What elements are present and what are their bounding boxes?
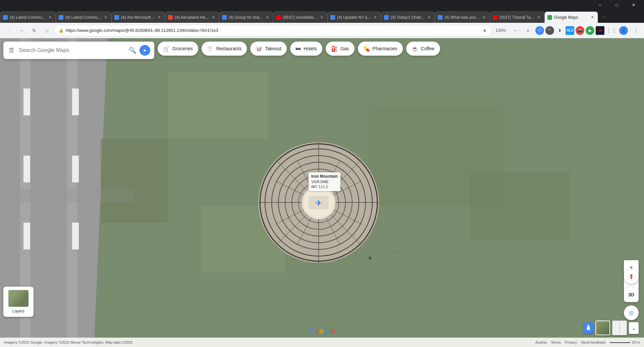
tab-4-title: (4) Aeroplane He... — [175, 15, 209, 20]
my-location-btn[interactable]: ◎ — [624, 305, 639, 320]
ext-6[interactable]: ▶ — [586, 26, 594, 35]
tab-9[interactable]: (4) What was you... ✕ — [435, 11, 489, 23]
hamburger-menu-btn[interactable]: ☰ — [7, 45, 15, 55]
tab-7-title: (4) Upstate NY a... — [337, 15, 371, 20]
svg-rect-11 — [134, 38, 644, 347]
svg-rect-16 — [470, 172, 570, 239]
bottom-right-controls: ⌄ — [583, 321, 639, 335]
tab-6-favicon — [276, 15, 281, 20]
tab-10-favicon — [493, 15, 497, 20]
send-feedback-link[interactable]: Send feedback — [581, 340, 605, 344]
gas-label: Gas — [340, 46, 349, 51]
attribution-austria[interactable]: Austria — [535, 340, 547, 344]
compass-btn[interactable]: ⬆ — [624, 269, 639, 284]
scale-label: 20 m — [632, 340, 640, 344]
forward-btn[interactable]: → — [16, 25, 27, 36]
tab-4-close[interactable]: ✕ — [211, 15, 216, 20]
map-type-roads[interactable] — [612, 321, 627, 335]
svg-line-29 — [276, 181, 361, 224]
svg-point-18 — [260, 144, 377, 261]
minimize-btn[interactable]: ─ — [592, 0, 608, 10]
zoom-out-btn[interactable]: − — [510, 25, 521, 36]
vor-type: VOR-DME — [311, 179, 338, 184]
tab-11-close[interactable]: ✕ — [590, 15, 595, 20]
tab-10-close[interactable]: ✕ — [536, 15, 541, 20]
pill-coffee[interactable]: ☕ Coffee — [406, 42, 440, 56]
gas-icon: ⛽ — [331, 46, 338, 52]
directions-btn[interactable]: ➤ — [140, 45, 150, 56]
back-btn[interactable]: ← — [3, 25, 14, 36]
pill-groceries[interactable]: 🛒 Groceries — [158, 42, 198, 56]
pill-hotels[interactable]: 🛏 Hotels — [290, 42, 322, 56]
ext-2[interactable]: 🔌 — [545, 26, 554, 35]
svg-point-34 — [304, 187, 334, 218]
tab-11-title: Google Maps — [554, 15, 588, 20]
tab-2[interactable]: (4) Latest Commu... ✕ — [56, 11, 111, 23]
attribution-terms[interactable]: Terms — [551, 340, 561, 344]
tab-8-close[interactable]: ✕ — [426, 15, 432, 20]
tab-7-favicon — [330, 15, 335, 20]
vor-name: Iron Mountain — [311, 174, 338, 179]
hotels-icon: 🛏 — [296, 46, 301, 52]
pill-gas[interactable]: ⛽ Gas — [326, 42, 355, 56]
svg-rect-14 — [369, 105, 503, 206]
map-type-satellite[interactable] — [595, 321, 610, 335]
tab-5-close[interactable]: ✕ — [265, 15, 270, 20]
reload-btn[interactable]: ↻ — [29, 25, 40, 36]
tab-3-close[interactable]: ✕ — [157, 15, 162, 20]
tab-7[interactable]: (4) Upstate NY a... ✕ — [327, 11, 381, 23]
tab-3-title: (4) Are Microsoft... — [121, 15, 155, 20]
tab-7-close[interactable]: ✕ — [373, 15, 378, 20]
tab-8[interactable]: (4) Today's Chall... ✕ — [381, 11, 435, 23]
tab-9-close[interactable]: ✕ — [481, 15, 487, 20]
zoom-level: 130% — [493, 25, 508, 36]
tab-2-close[interactable]: ✕ — [103, 15, 108, 20]
new-tab-btn[interactable]: + — [599, 12, 609, 21]
search-submit-btn[interactable]: 🔍 — [129, 47, 136, 54]
menu-btn[interactable]: ⋮ — [631, 25, 641, 36]
tab-6-close[interactable]: ✕ — [319, 15, 324, 20]
tab-1[interactable]: (4) Latest Commu... ✕ — [0, 11, 56, 23]
lock-icon: 🔒 — [59, 28, 64, 33]
tab-6[interactable]: (4537) Unreliable... ✕ — [273, 11, 327, 23]
expand-btn[interactable]: ⌄ — [629, 322, 639, 334]
ext-5[interactable]: 📷 — [576, 26, 584, 35]
pill-restaurants[interactable]: 🍴 Restaurants — [202, 42, 247, 56]
tab-11[interactable]: Google Maps ✕ — [544, 11, 598, 23]
attribution-privacy[interactable]: Privacy — [565, 340, 577, 344]
3d-btn[interactable]: 3D — [624, 287, 639, 302]
tab-3[interactable]: (4) Are Microsoft... ✕ — [111, 11, 165, 23]
tab-5-favicon — [222, 15, 227, 20]
tab-5[interactable]: (4) Group for sha... ✕ — [219, 11, 273, 23]
tab-10[interactable]: (4537) Tutorial Ta... ✕ — [490, 11, 544, 23]
tab-5-title: (4) Group for sha... — [229, 15, 263, 20]
pill-takeout[interactable]: 🥡 Takeout — [250, 42, 287, 56]
ext-1[interactable]: 🛡 — [535, 26, 544, 35]
address-text: https://www.google.com/maps/@45.8160843,… — [66, 28, 481, 33]
tab-2-favicon — [59, 15, 63, 20]
pill-pharmacies[interactable]: 💊 Pharmacies — [358, 42, 403, 56]
close-btn[interactable]: ✕ — [626, 0, 641, 10]
svg-rect-35 — [309, 196, 329, 209]
maximize-btn[interactable]: □ — [609, 0, 625, 10]
tab-4[interactable]: (4) Aeroplane He... ✕ — [165, 11, 219, 23]
tab-1-close[interactable]: ✕ — [47, 15, 53, 20]
logo-o2: o — [319, 327, 324, 335]
home-btn[interactable]: ⌂ — [42, 25, 52, 36]
tab-6-title: (4537) Unreliable... — [283, 15, 317, 20]
ext-4[interactable]: HLS — [566, 26, 574, 35]
search-input[interactable] — [19, 47, 125, 53]
address-bar[interactable]: 🔒 https://www.google.com/maps/@45.816084… — [54, 25, 491, 36]
street-view-pegman[interactable] — [583, 323, 593, 333]
takeout-label: Takeout — [265, 46, 281, 51]
bookmark-icon[interactable]: ★ — [483, 28, 487, 33]
layers-btn[interactable]: Layers — [3, 287, 34, 317]
satellite-thumbnail — [8, 290, 29, 307]
profile-btn[interactable]: 👤 — [619, 25, 629, 36]
ext-7[interactable]: AD — [596, 26, 604, 35]
tab-4-favicon — [168, 15, 173, 20]
apps-btn[interactable]: ⋮⋮ — [606, 25, 616, 36]
svg-rect-9 — [72, 223, 79, 249]
ext-3[interactable]: ⬇ — [555, 26, 564, 35]
zoom-in-btn[interactable]: + — [523, 25, 533, 36]
